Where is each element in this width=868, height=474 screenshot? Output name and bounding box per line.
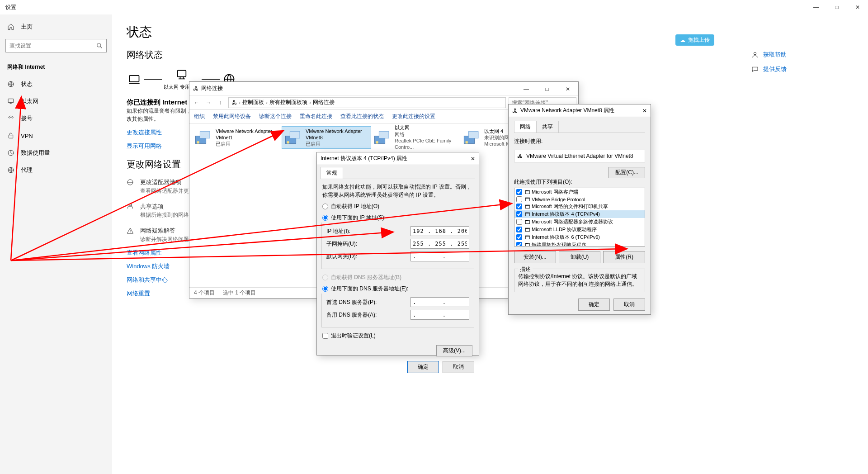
validate-checkbox[interactable] [322,333,328,339]
minimize-button[interactable]: — [806,0,826,14]
address-bar[interactable]: 🖧 › 控制面板 › 所有控制面板项 › 网络连接 [228,97,506,108]
properties-button[interactable]: 属性(R) [603,251,645,263]
sidebar-vpn[interactable]: VPN [0,127,112,144]
adapter-icon [127,179,134,186]
description-text: 传输控制协议/Internet 协议。该协议是默认的广域网络协议，用于在不同的相… [518,273,641,288]
sidebar-search[interactable] [5,39,107,52]
tab-share[interactable]: 共享 [536,121,559,133]
protocol-item[interactable]: 🗔 Internet 协议版本 4 (TCP/IPv4) [514,210,645,218]
proxy-icon [7,166,14,174]
explorer-close[interactable]: ✕ [557,82,578,96]
radio-auto-dns[interactable]: 自动获得 DNS 服务器地址(B) [322,274,473,281]
ipv4-cancel-button[interactable]: 取消 [443,361,474,373]
protocol-item[interactable]: 🗔 Microsoft 网络客户端 [514,188,645,196]
help-icon [751,51,759,58]
items-list[interactable]: 🗔 Microsoft 网络客户端 🗔 VMware Bridge Protoc… [514,188,645,246]
sidebar-data-usage[interactable]: 数据使用量 [0,144,112,161]
sidebar-dialup[interactable]: 拨号 [0,110,112,127]
network-icon: 🖧 [193,85,198,92]
search-input[interactable] [5,39,107,52]
ip-address-input[interactable] [410,226,469,236]
protocol-icon: 🗔 [525,235,530,240]
sidebar-ethernet[interactable]: 以太网 [0,93,112,110]
settings-titlebar: 设置 — □ ✕ [0,0,868,14]
ethernet-icon [7,98,14,105]
protocol-item[interactable]: 🗔 链路层拓扑发现响应程序 [514,241,645,246]
protocol-item[interactable]: 🗔 Internet 协议版本 6 (TCP/IPv6) [514,233,645,241]
explorer-maximize[interactable]: □ [537,82,557,96]
tb-disable[interactable]: 禁用此网络设备 [213,113,251,120]
back-button[interactable]: ← [191,97,202,108]
props-close[interactable]: ✕ [642,108,647,114]
adapter-properties-dialog: 🖧 VMware Network Adapter VMnet8 属性 ✕ 网络 … [508,104,651,315]
sidebar-home[interactable]: 主页 [0,18,112,35]
subnet-mask-input[interactable] [410,239,469,249]
protocol-icon: 🗔 [525,197,530,202]
tb-diagnose[interactable]: 诊断这个连接 [259,113,292,120]
dns2-input[interactable] [410,310,469,320]
tab-network[interactable]: 网络 [514,121,537,133]
adapter-item[interactable]: VMware Network Adapter VMnet1已启用 [192,126,282,149]
tb-rename[interactable]: 重命名此连接 [300,113,332,120]
sidebar-status[interactable]: 状态 [0,76,112,93]
svg-rect-10 [129,204,131,206]
cloud-icon: ☁ [680,37,685,43]
dns1-input[interactable] [410,297,469,307]
svg-rect-13 [197,141,199,143]
props-ok-button[interactable]: 确定 [578,299,610,311]
install-button[interactable]: 安装(N)... [514,251,556,263]
adapter-icon: 🖧 [517,153,523,159]
svg-rect-15 [290,132,300,138]
protocol-icon: 🗔 [525,212,530,217]
share-icon [127,203,134,210]
get-help-link[interactable]: 获取帮助 [751,51,787,59]
description-group: 描述 传输控制协议/Internet 协议。该协议是默认的广域网络协议，用于在不… [514,269,645,292]
adapter-item[interactable]: 以太网网络Realtek PCIe GbE Family Contro... [371,126,461,149]
radio-auto-ip[interactable]: 自动获得 IP 地址(O) [322,203,473,210]
svg-rect-21 [468,132,478,138]
adapter-name: VMware Virtual Ethernet Adapter for VMne… [526,153,633,159]
tb-change-settings[interactable]: 更改此连接的设置 [392,113,435,120]
ipv4-ok-button[interactable]: 确定 [407,361,439,373]
maximize-button[interactable]: □ [826,0,847,14]
uninstall-button[interactable]: 卸载(U) [559,251,601,263]
connect-using-label: 连接时使用: [514,137,645,145]
validate-checkbox-row[interactable]: 退出时验证设置(L) [322,332,473,340]
page-title: 状态 [127,24,854,41]
feedback-link[interactable]: 提供反馈 [751,65,787,73]
settings-title: 设置 [5,4,16,11]
radio-manual-dns[interactable]: 使用下面的 DNS 服务器地址(E): [322,285,473,293]
up-button[interactable]: ↑ [215,97,226,108]
props-titlebar: 🖧 VMware Network Adapter VMnet8 属性 ✕ [509,104,651,117]
selected-count: 选中 1 个项目 [223,289,256,297]
protocol-item[interactable]: 🗔 Microsoft 网络的文件和打印机共享 [514,203,645,210]
advanced-button[interactable]: 高级(V)... [436,345,472,356]
gateway-label: 默认网关(D): [326,253,357,261]
computer-icon [127,73,142,85]
protocol-item[interactable]: 🗔 Microsoft LLDP 协议驱动程序 [514,226,645,233]
tb-view-status[interactable]: 查看此连接的状态 [340,113,384,120]
explorer-minimize[interactable]: — [516,82,537,96]
props-cancel-button[interactable]: 取消 [613,299,645,311]
warning-icon [127,227,134,234]
protocol-item[interactable]: 🗔 VMware Bridge Protocol [514,196,645,203]
protocol-icon: 🗔 [525,242,530,247]
svg-rect-18 [379,132,389,138]
svg-rect-16 [287,141,289,143]
item-count: 4 个项目 [194,289,215,297]
forward-button[interactable]: → [203,97,214,108]
sidebar-proxy[interactable]: 代理 [0,161,112,179]
dns2-label: 备用 DNS 服务器(A): [326,311,377,319]
tab-general[interactable]: 常规 [321,167,343,179]
section-status: 网络状态 [127,49,854,61]
ipv4-properties-dialog: Internet 协议版本 4 (TCP/IPv4) 属性 ✕ 常规 如果网络支… [316,152,479,356]
configure-button[interactable]: 配置(C)... [609,167,645,178]
tb-organize[interactable]: 组织 [194,113,205,120]
gateway-input[interactable] [410,251,469,261]
close-button[interactable]: ✕ [847,0,868,14]
adapter-item[interactable]: VMware Network Adapter VMnet8已启用 [282,126,371,149]
radio-manual-ip[interactable]: 使用下面的 IP 地址(S): [322,214,473,222]
protocol-item[interactable]: 🗔 Microsoft 网络适配器多路传送器协议 [514,218,645,226]
ipv4-close[interactable]: ✕ [471,156,475,162]
upload-button[interactable]: ☁ 拖拽上传 [675,34,714,46]
